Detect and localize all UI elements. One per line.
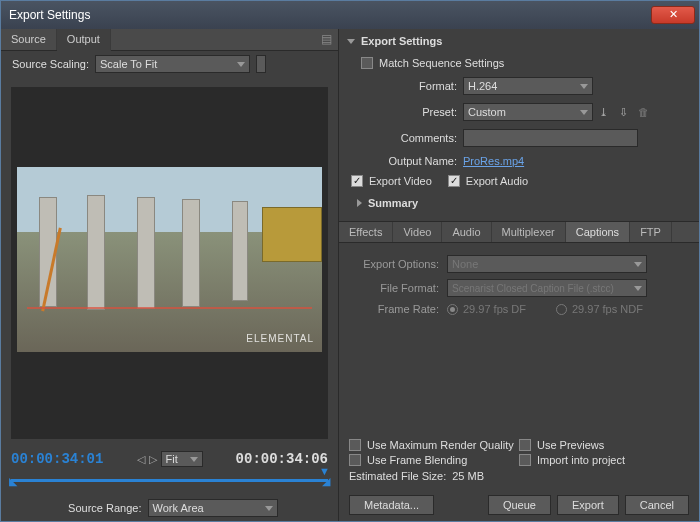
use-previews-label: Use Previews: [537, 439, 604, 451]
disclosure-open-icon: [347, 39, 355, 44]
match-sequence-label: Match Sequence Settings: [379, 57, 504, 69]
zoom-fit-dropdown[interactable]: Fit: [161, 451, 203, 467]
preview-area: ELEMENTAL: [11, 87, 328, 439]
export-options-row: Export Options: None: [349, 255, 689, 273]
step-back-icon[interactable]: ◁: [137, 453, 145, 466]
format-label: Format:: [347, 80, 457, 92]
source-scaling-row: Source Scaling: Scale To Fit: [1, 51, 338, 77]
export-audio-checkbox[interactable]: [448, 175, 460, 187]
summary-header[interactable]: Summary: [339, 191, 699, 215]
estimated-size-label: Estimated File Size:: [349, 470, 446, 482]
source-range-row: Source Range: Work Area: [1, 495, 338, 521]
use-previews-checkbox[interactable]: [519, 439, 531, 451]
metadata-button[interactable]: Metadata...: [349, 495, 434, 515]
scaling-extra-input[interactable]: [256, 55, 266, 73]
export-audio-label: Export Audio: [466, 175, 528, 187]
titlebar[interactable]: Export Settings ✕: [1, 1, 699, 29]
source-range-value: Work Area: [153, 502, 204, 514]
match-sequence-row: Match Sequence Settings: [339, 53, 699, 73]
chevron-down-icon: [580, 110, 588, 115]
preset-label: Preset:: [347, 106, 457, 118]
tab-output[interactable]: Output: [57, 29, 111, 51]
preview-content: ELEMENTAL: [17, 167, 322, 352]
tab-video[interactable]: Video: [393, 222, 442, 242]
import-preset-icon[interactable]: ⇩: [615, 104, 631, 120]
tab-multiplexer[interactable]: Multiplexer: [492, 222, 566, 242]
frame-blending-label: Use Frame Blending: [367, 454, 467, 466]
export-options-label: Export Options:: [349, 258, 439, 270]
in-marker-icon[interactable]: ◣: [9, 475, 17, 488]
source-scaling-dropdown[interactable]: Scale To Fit: [95, 55, 250, 73]
tab-captions[interactable]: Captions: [566, 222, 630, 242]
preview-tabs: Source Output ▤: [1, 29, 338, 51]
output-name-label: Output Name:: [347, 155, 457, 167]
chevron-down-icon: [265, 506, 273, 511]
panel-menu-icon[interactable]: ▤: [321, 32, 332, 46]
watermark: ELEMENTAL: [246, 333, 314, 344]
window-title: Export Settings: [9, 8, 651, 22]
cancel-button[interactable]: Cancel: [625, 495, 689, 515]
export-options-value: None: [452, 258, 478, 270]
source-range-dropdown[interactable]: Work Area: [148, 499, 278, 517]
zoom-fit-label: Fit: [166, 453, 178, 465]
match-sequence-checkbox[interactable]: [361, 57, 373, 69]
preset-dropdown[interactable]: Custom: [463, 103, 593, 121]
playhead-icon[interactable]: ▼: [319, 465, 330, 477]
estimated-size-value: 25 MB: [452, 470, 484, 482]
preview-image: ELEMENTAL: [17, 167, 322, 352]
close-button[interactable]: ✕: [651, 6, 695, 24]
format-value: H.264: [468, 80, 497, 92]
frame-rate-label: Frame Rate:: [349, 303, 439, 315]
output-name-link[interactable]: ProRes.mp4: [463, 155, 524, 167]
tab-audio[interactable]: Audio: [442, 222, 491, 242]
export-settings-header[interactable]: Export Settings: [339, 29, 699, 53]
timeline-bar: [11, 479, 328, 482]
framerate-df-label: 29.97 fps DF: [463, 303, 526, 315]
file-format-dropdown: Scenarist Closed Caption File (.stcc): [447, 279, 647, 297]
export-settings-window: Export Settings ✕ Source Output ▤ Source…: [0, 0, 700, 522]
max-render-quality-label: Use Maximum Render Quality: [367, 439, 514, 451]
queue-button[interactable]: Queue: [488, 495, 551, 515]
file-format-row: File Format: Scenarist Closed Caption Fi…: [349, 279, 689, 297]
export-settings-title: Export Settings: [361, 35, 442, 47]
delete-preset-icon[interactable]: 🗑: [635, 104, 651, 120]
export-button[interactable]: Export: [557, 495, 619, 515]
comments-input[interactable]: [463, 129, 638, 147]
tab-effects[interactable]: Effects: [339, 222, 393, 242]
bottom-options: Use Maximum Render Quality Use Previews …: [339, 432, 699, 489]
file-format-value: Scenarist Closed Caption File (.stcc): [452, 283, 614, 294]
save-preset-icon[interactable]: ⤓: [595, 104, 611, 120]
framerate-df-radio: [447, 304, 458, 315]
export-options-dropdown[interactable]: None: [447, 255, 647, 273]
right-panel: Export Settings Match Sequence Settings …: [339, 29, 699, 521]
timeline[interactable]: ◣ ◢ ▼: [11, 473, 328, 491]
disclosure-closed-icon: [357, 199, 362, 207]
tab-source[interactable]: Source: [1, 29, 57, 50]
max-render-quality-checkbox[interactable]: [349, 439, 361, 451]
format-row: Format: H.264: [339, 73, 699, 99]
timecode-out[interactable]: 00:00:34:06: [236, 451, 328, 467]
source-scaling-label: Source Scaling:: [9, 58, 89, 70]
settings-tabs: Effects Video Audio Multiplexer Captions…: [339, 221, 699, 243]
export-video-label: Export Video: [369, 175, 432, 187]
chevron-down-icon: [190, 457, 198, 462]
timecode-row: 00:00:34:01 ◁ ▷ Fit 00:00:34:06: [1, 449, 338, 469]
comments-label: Comments:: [347, 132, 457, 144]
preset-row: Preset: Custom ⤓ ⇩ 🗑: [339, 99, 699, 125]
timecode-in[interactable]: 00:00:34:01: [11, 451, 103, 467]
chevron-down-icon: [580, 84, 588, 89]
import-project-label: Import into project: [537, 454, 625, 466]
frame-rate-row: Frame Rate: 29.97 fps DF 29.97 fps NDF: [349, 303, 689, 315]
output-name-row: Output Name: ProRes.mp4: [339, 151, 699, 171]
import-project-checkbox[interactable]: [519, 454, 531, 466]
step-fwd-icon[interactable]: ▷: [149, 453, 157, 466]
file-format-label: File Format:: [349, 282, 439, 294]
framerate-ndf-label: 29.97 fps NDF: [572, 303, 643, 315]
frame-blending-checkbox[interactable]: [349, 454, 361, 466]
tab-ftp[interactable]: FTP: [630, 222, 672, 242]
export-video-checkbox[interactable]: [351, 175, 363, 187]
format-dropdown[interactable]: H.264: [463, 77, 593, 95]
export-toggles-row: Export Video Export Audio: [339, 171, 699, 191]
preset-value: Custom: [468, 106, 506, 118]
source-scaling-value: Scale To Fit: [100, 58, 157, 70]
